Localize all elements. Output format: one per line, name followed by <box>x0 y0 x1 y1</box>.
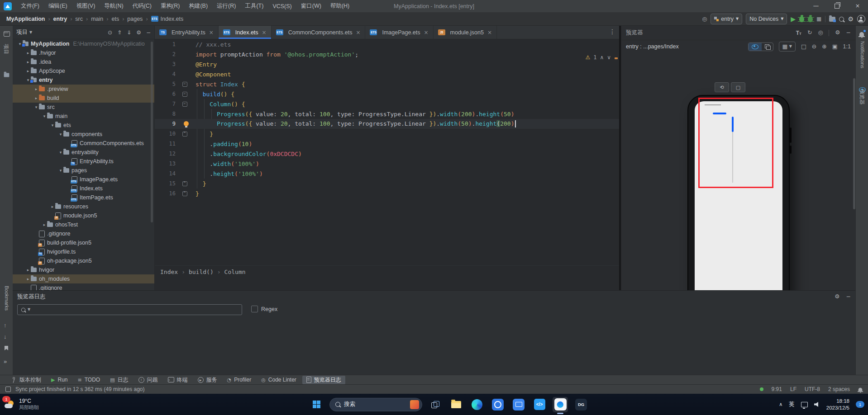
breadcrumb-item[interactable]: src <box>75 16 83 22</box>
taskbar-app-edge[interactable] <box>469 397 485 412</box>
line-number[interactable]: 14 <box>155 170 181 177</box>
code-line[interactable]: 6− build() { <box>155 89 619 99</box>
toolwindow-日志[interactable]: ▤日志 <box>106 376 132 384</box>
close-tab-icon[interactable]: × <box>356 30 360 35</box>
refresh-icon[interactable]: ↻ <box>807 30 812 36</box>
menu-item-VCSS[interactable]: VCS(S) <box>268 0 296 12</box>
status-message[interactable]: Sync project finished in 12 s 362 ms (49… <box>15 386 144 392</box>
line-number[interactable]: 8 <box>155 111 181 117</box>
fit-screen-icon[interactable]: ▣ <box>832 44 838 50</box>
line-number[interactable]: 1 <box>155 41 181 47</box>
code-line[interactable]: 1// xxx.ets <box>155 39 619 49</box>
tree-chevron-icon[interactable]: ▸ <box>25 277 31 281</box>
start-button[interactable] <box>309 397 324 412</box>
close-tab-icon[interactable]: × <box>262 30 267 35</box>
line-number[interactable]: 12 <box>155 151 181 157</box>
multi-screen-button[interactable]: ▢ <box>731 82 745 92</box>
breadcrumb-item[interactable]: entry <box>53 16 67 22</box>
account-avatar[interactable] <box>857 15 865 23</box>
device-file-browser-button[interactable] <box>829 17 835 22</box>
zoom-in-icon[interactable]: ⊕ <box>822 44 826 50</box>
menu-item-T[interactable]: 工具(T) <box>240 0 268 12</box>
zoom-out-icon[interactable]: ⊖ <box>812 44 816 50</box>
device-grid-select[interactable]: ▦ ▼ <box>779 42 796 52</box>
line-number[interactable]: 4 <box>155 71 181 77</box>
toolwindow-Profiler[interactable]: ◔Profiler <box>223 376 256 384</box>
project-tool-icon[interactable] <box>4 31 10 37</box>
panel-settings-icon[interactable]: ⚙ <box>136 30 141 35</box>
event-log-bell-icon[interactable] <box>858 387 863 391</box>
log-search-input[interactable]: ▼ <box>17 304 242 315</box>
expand-all-icon[interactable]: ⇑ <box>117 30 122 35</box>
input-language[interactable]: 英 <box>789 401 795 408</box>
taskbar-app-file-explorer[interactable] <box>448 397 464 412</box>
settings-button[interactable]: ⚙ <box>848 16 854 22</box>
close-tab-icon[interactable]: × <box>424 30 429 35</box>
taskbar-app-dg[interactable]: DG <box>573 397 589 412</box>
run-button[interactable]: ▶ <box>791 16 796 22</box>
fold-marker-icon[interactable]: − <box>181 82 188 87</box>
fold-marker-icon[interactable]: ^ <box>181 132 188 137</box>
code-line[interactable]: 10^ } <box>155 129 619 139</box>
tab-CommonComponents.ets[interactable]: ETSCommonComponents.ets× <box>272 26 366 39</box>
editor-breadcrumb-item[interactable]: build() <box>189 269 214 275</box>
taskbar-app-deveco[interactable] <box>553 397 568 412</box>
menu-item-N[interactable]: 导航(N) <box>100 0 128 12</box>
taskbar-search[interactable]: 搜索 <box>329 398 422 411</box>
menu-item-H[interactable]: 帮助(H) <box>326 0 354 12</box>
hide-previewer-icon[interactable]: − <box>846 30 851 36</box>
zoom-ratio[interactable]: 1:1 <box>843 43 851 50</box>
indent-size[interactable]: 2 spaces <box>828 386 850 392</box>
tree-item-Index.ets[interactable]: ETSIndex.ets <box>13 184 154 193</box>
fold-marker-icon[interactable]: ^ <box>181 191 188 196</box>
tree-item-entryability[interactable]: ▾entryability <box>13 148 154 157</box>
module-select[interactable]: entry ▼ <box>711 14 742 24</box>
previewer-strip-tab[interactable]: 预览器 <box>858 89 865 105</box>
notifications-strip-tab[interactable]: Notifications <box>860 41 865 68</box>
tree-chevron-icon[interactable]: ▾ <box>58 168 63 173</box>
taskbar-app-app-blue-2[interactable] <box>511 397 526 412</box>
encoding[interactable]: UTF-8 <box>805 386 820 392</box>
tree-item-MyApplication[interactable]: ▾MyApplicationE:\HarmonyOS\MyApplicatio <box>13 39 154 48</box>
device-target-icon[interactable]: ◎ <box>702 16 707 22</box>
regex-checkbox[interactable] <box>251 306 258 312</box>
code-line[interactable]: 8 Progress({ value: 20, total: 100, type… <box>155 109 619 119</box>
toolwindow-预览器日志[interactable]: 预览器日志 <box>302 376 345 384</box>
code-line[interactable]: 9 Progress({ value: 20, total: 100, type… <box>155 119 619 129</box>
menu-item-R[interactable]: 运行(R) <box>212 0 240 12</box>
notification-count-badge[interactable]: 1 <box>856 401 864 408</box>
menu-item-W[interactable]: 窗口(W) <box>296 0 326 12</box>
next-warning-icon[interactable]: ∨ <box>607 55 611 60</box>
tree-chevron-icon[interactable]: ▸ <box>42 222 47 227</box>
tree-item-entry[interactable]: ▾entry <box>13 75 154 85</box>
tree-item-.idea[interactable]: ▸.idea <box>13 57 154 66</box>
code-line[interactable]: 7− Column() { <box>155 99 619 109</box>
line-number[interactable]: 13 <box>155 160 181 167</box>
line-number[interactable]: 15 <box>155 180 181 187</box>
tree-item-ets[interactable]: ▾ets <box>13 121 154 130</box>
hide-log-icon[interactable]: − <box>846 294 851 300</box>
tab-ImagePage.ets[interactable]: ETSImagePage.ets× <box>365 26 433 39</box>
tool-window-toggle-icon[interactable] <box>5 387 11 392</box>
device-select[interactable]: No Devices ▼ <box>746 14 787 24</box>
fold-marker-icon[interactable]: − <box>181 92 188 97</box>
toolwindow-终端[interactable]: ›终端 <box>164 376 192 384</box>
previewer-settings-icon[interactable]: ⚙ <box>835 30 840 36</box>
toolwindow-Run[interactable]: ▶Run <box>47 376 72 384</box>
menu-item-F[interactable]: 文件(F) <box>16 0 44 12</box>
hide-panel-icon[interactable]: − <box>146 30 151 35</box>
volume-icon[interactable] <box>814 402 820 407</box>
inspections-widget[interactable]: ⚠ 1 ∧ ∨ <box>585 54 611 61</box>
hidden-icons-chevron[interactable]: ∧ <box>779 402 782 407</box>
code-line[interactable]: 13 .width('100%') <box>155 159 619 169</box>
project-strip-tab[interactable]: 项目 <box>3 44 10 54</box>
fold-marker-icon[interactable]: − <box>181 102 188 107</box>
tree-chevron-icon[interactable]: ▸ <box>33 96 39 100</box>
tab-Index.ets[interactable]: ETSIndex.ets× <box>219 26 272 39</box>
locate-file-icon[interactable]: ⊙ <box>108 30 112 35</box>
tree-item-.gitignore[interactable]: .gitignore <box>13 229 154 238</box>
stop-button[interactable]: ■ <box>816 16 821 22</box>
tree-chevron-icon[interactable]: ▸ <box>25 268 31 272</box>
line-number[interactable]: 6 <box>155 91 181 97</box>
tree-item-EntryAbility.ts[interactable]: TSEntryAbility.ts <box>13 157 154 166</box>
